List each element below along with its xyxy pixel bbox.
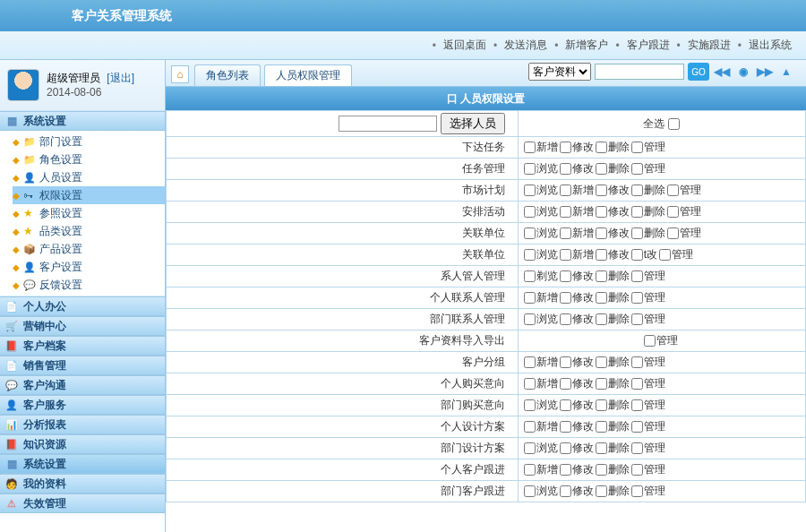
perm-checkbox[interactable] bbox=[524, 249, 536, 261]
perm-checkbox[interactable] bbox=[560, 356, 571, 368]
search-category-select[interactable]: 客户资料 bbox=[528, 63, 591, 81]
sidebar-section[interactable]: 营销中心 bbox=[0, 316, 165, 336]
perm-checkbox[interactable] bbox=[631, 270, 643, 282]
perm-checkbox[interactable] bbox=[631, 227, 643, 239]
perm-checkbox[interactable] bbox=[524, 292, 536, 304]
sidebar-section[interactable]: 我的资料 bbox=[0, 474, 165, 493]
perm-option[interactable]: 管理 bbox=[631, 377, 665, 390]
perm-checkbox[interactable] bbox=[524, 485, 536, 497]
sidebar-section[interactable]: 分析报表 bbox=[0, 415, 165, 434]
top-menu-item[interactable]: 新增客户 bbox=[565, 38, 608, 53]
sidebar-subitem[interactable]: ◆客户设置 bbox=[13, 258, 165, 276]
sidebar-section[interactable]: 知识资源 bbox=[0, 434, 165, 454]
sidebar-section[interactable]: 客户档案 bbox=[0, 336, 165, 356]
perm-checkbox[interactable] bbox=[560, 292, 571, 304]
perm-checkbox[interactable] bbox=[560, 378, 571, 390]
perm-option[interactable]: 修改 bbox=[560, 463, 594, 476]
perm-option[interactable]: 浏览 bbox=[524, 162, 558, 175]
nav-first-icon[interactable]: ◀◀ bbox=[713, 64, 731, 80]
perm-option[interactable]: 删除 bbox=[596, 377, 630, 390]
sidebar-section[interactable]: 个人办公 bbox=[0, 296, 165, 316]
perm-option[interactable]: 浏览 bbox=[524, 399, 558, 411]
sidebar-subitem[interactable]: ◆参照设置 bbox=[13, 204, 165, 222]
perm-option[interactable]: 修改 bbox=[560, 377, 594, 390]
perm-option[interactable]: 修改 bbox=[560, 270, 594, 282]
perm-checkbox[interactable] bbox=[596, 378, 607, 390]
perm-option[interactable]: 剃览 bbox=[524, 270, 558, 282]
perm-checkbox[interactable] bbox=[596, 227, 607, 239]
perm-option[interactable]: 删除 bbox=[596, 356, 630, 368]
perm-option[interactable]: 管理 bbox=[667, 205, 701, 218]
perm-option[interactable]: 新增 bbox=[560, 227, 594, 239]
perm-option[interactable]: 修改 bbox=[560, 162, 594, 175]
perm-checkbox[interactable] bbox=[560, 485, 571, 497]
perm-checkbox[interactable] bbox=[596, 163, 607, 175]
perm-option[interactable]: 删除 bbox=[596, 270, 630, 282]
perm-checkbox[interactable] bbox=[560, 421, 571, 433]
perm-checkbox[interactable] bbox=[631, 249, 643, 261]
perm-option[interactable]: 管理 bbox=[631, 442, 665, 454]
perm-checkbox[interactable] bbox=[596, 249, 607, 261]
tab[interactable]: 角色列表 bbox=[194, 64, 261, 86]
perm-checkbox[interactable] bbox=[631, 378, 643, 390]
perm-option[interactable]: 删除 bbox=[596, 420, 630, 433]
perm-option[interactable]: 删除 bbox=[631, 184, 665, 196]
sidebar-section[interactable]: 客户沟通 bbox=[0, 375, 165, 395]
perm-checkbox[interactable] bbox=[560, 227, 571, 239]
perm-checkbox[interactable] bbox=[596, 142, 607, 153]
perm-option[interactable]: 删除 bbox=[596, 485, 630, 497]
perm-option[interactable]: 新增 bbox=[524, 377, 558, 390]
perm-option[interactable]: 管理 bbox=[659, 248, 693, 261]
perm-option[interactable]: 删除 bbox=[596, 141, 630, 153]
perm-option[interactable]: 新增 bbox=[524, 463, 558, 476]
perm-option[interactable]: 修改 bbox=[560, 399, 594, 411]
select-all-checkbox[interactable] bbox=[668, 118, 680, 130]
perm-checkbox[interactable] bbox=[524, 184, 536, 196]
sidebar-header-system[interactable]: 系统设置 bbox=[0, 111, 165, 131]
perm-checkbox[interactable] bbox=[644, 335, 656, 347]
perm-checkbox[interactable] bbox=[659, 249, 671, 261]
perm-checkbox[interactable] bbox=[524, 442, 536, 454]
nav-refresh-icon[interactable]: ◉ bbox=[734, 64, 752, 80]
perm-option[interactable]: 新增 bbox=[524, 291, 558, 304]
perm-option[interactable]: 新增 bbox=[560, 248, 594, 261]
perm-option[interactable]: 浏览 bbox=[524, 205, 558, 218]
perm-checkbox[interactable] bbox=[631, 313, 643, 325]
perm-option[interactable]: 管理 bbox=[631, 356, 665, 368]
perm-option[interactable]: 浏览 bbox=[524, 442, 558, 454]
perm-checkbox[interactable] bbox=[631, 442, 643, 454]
perm-option[interactable]: 修改 bbox=[560, 442, 594, 454]
top-menu-item[interactable]: 退出系统 bbox=[749, 38, 792, 53]
top-menu-item[interactable]: 实施跟进 bbox=[688, 38, 731, 53]
perm-option[interactable]: 管理 bbox=[631, 399, 665, 411]
perm-checkbox[interactable] bbox=[596, 184, 607, 196]
perm-option[interactable]: 新增 bbox=[524, 141, 558, 153]
perm-option[interactable]: 删除 bbox=[596, 162, 630, 175]
perm-option[interactable]: 修改 bbox=[596, 248, 630, 261]
perm-checkbox[interactable] bbox=[596, 485, 607, 497]
perm-option[interactable]: 浏览 bbox=[524, 227, 558, 239]
perm-checkbox[interactable] bbox=[524, 421, 536, 433]
perm-option[interactable]: 修改 bbox=[560, 485, 594, 497]
sidebar-section[interactable]: 客户服务 bbox=[0, 395, 165, 415]
sidebar-subitem[interactable]: ◆角色设置 bbox=[13, 150, 165, 168]
sidebar-subitem[interactable]: ◆反馈设置 bbox=[13, 276, 165, 294]
perm-checkbox[interactable] bbox=[524, 464, 536, 476]
perm-checkbox[interactable] bbox=[560, 184, 571, 196]
perm-checkbox[interactable] bbox=[631, 356, 643, 368]
perm-checkbox[interactable] bbox=[596, 399, 607, 411]
perm-checkbox[interactable] bbox=[631, 292, 643, 304]
perm-checkbox[interactable] bbox=[596, 442, 607, 454]
perm-checkbox[interactable] bbox=[631, 142, 643, 153]
sidebar-subitem[interactable]: ◆品类设置 bbox=[13, 222, 165, 240]
top-menu-item[interactable]: 客户跟进 bbox=[627, 38, 670, 53]
perm-option[interactable]: 新增 bbox=[560, 184, 594, 196]
perm-option[interactable]: 修改 bbox=[560, 356, 594, 368]
perm-checkbox[interactable] bbox=[560, 270, 571, 282]
perm-option[interactable]: 新增 bbox=[560, 205, 594, 218]
perm-option[interactable]: 管理 bbox=[631, 162, 665, 175]
perm-option[interactable]: 管理 bbox=[631, 141, 665, 153]
perm-checkbox[interactable] bbox=[667, 206, 679, 218]
perm-checkbox[interactable] bbox=[631, 206, 643, 218]
perm-option[interactable]: 修改 bbox=[560, 291, 594, 304]
